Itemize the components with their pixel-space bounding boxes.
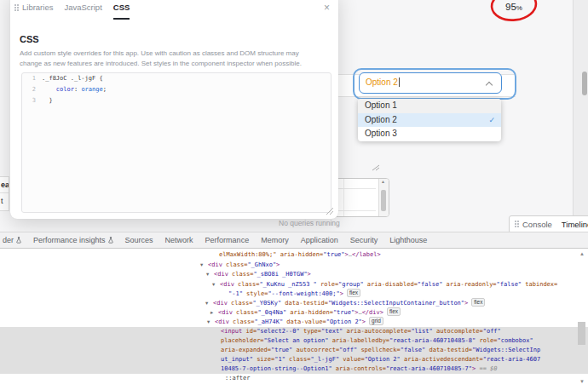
page-right-gutter	[573, 0, 588, 232]
collapse-arrow-icon[interactable]: ▾	[205, 298, 213, 307]
tree-scroll-up-icon[interactable]: ▲	[579, 251, 585, 256]
listbox-scrollbar-thumb[interactable]	[381, 190, 386, 211]
tree-node[interactable]: ▾<div class="_Y0SKy" data-testid="Widget…	[0, 298, 588, 307]
dropdown-option-option-3[interactable]: Option 3	[358, 127, 501, 141]
grid-badge[interactable]: grid	[369, 317, 383, 325]
listbox-row-divider	[338, 188, 376, 189]
tree-node[interactable]: ▾<div class="_GhNxo">	[0, 260, 588, 269]
page-scrollbar-thumb[interactable]	[582, 72, 587, 95]
description-line: change as new features are introduced. S…	[20, 59, 314, 69]
select-input-value: Option 2	[366, 77, 400, 87]
flex-badge[interactable]: flex	[471, 298, 485, 307]
scroll-up-icon[interactable]: ▲	[381, 179, 385, 184]
modal-tab-bar: LibrariesJavaScriptCSS	[22, 0, 130, 19]
modal-tab-javascript[interactable]: JavaScript	[64, 0, 101, 19]
panel-edge-label: eat	[0, 177, 9, 193]
collapse-arrow-icon[interactable]: ▾	[200, 260, 208, 269]
tree-node[interactable]: ::after	[0, 374, 588, 383]
tree-node[interactable]: ▾<div class="_aH74K" data-value="Option …	[0, 317, 588, 326]
flask-icon	[16, 237, 21, 244]
textarea-resize-grip[interactable]	[370, 164, 381, 171]
tree-node[interactable]: <input id="select2--0" type="text" aria-…	[0, 327, 588, 336]
devtools-elements-tree: elMaxWidth:80%;" aria-hidden="true">…</l…	[0, 249, 588, 390]
listbox-row-divider	[338, 210, 376, 211]
code-line[interactable]: 1._f8JoC ._l-jgF {	[22, 73, 331, 84]
red-circle-annotation	[487, 0, 540, 23]
text-cursor	[399, 77, 400, 87]
devtools-tab-lighthouse[interactable]: Lighthouse	[389, 236, 427, 244]
tree-node[interactable]: elMaxWidth:80%;" aria-hidden="true">…</l…	[0, 250, 588, 260]
panel-tab-timeline[interactable]: Timeline	[562, 220, 588, 229]
description-line: Add custom style overrides for this app.…	[20, 49, 314, 59]
code-line[interactable]: 3 }	[22, 95, 331, 106]
css-code-editor[interactable]: 1._f8JoC ._l-jgF {2 color: orange;3 }	[21, 72, 331, 213]
flask-icon	[108, 237, 113, 244]
devtools-tab-sources[interactable]: Sources	[125, 236, 153, 244]
panel-tab-console[interactable]: Console	[522, 220, 552, 229]
devtools-tab-performance-insights[interactable]: Performance insights	[33, 236, 113, 244]
collapse-arrow-icon[interactable]: ▾	[212, 279, 220, 289]
modal-tab-css[interactable]: CSS	[113, 0, 130, 19]
drag-handle-icon[interactable]	[14, 4, 16, 6]
console-tab-bar: ConsoleTimeline	[522, 216, 588, 232]
tree-node[interactable]: ut_input" size="1" class="_l-jgF" value=…	[0, 355, 588, 364]
console-timeline-panel-tabs: ConsoleTimeline	[509, 215, 588, 233]
flex-badge[interactable]: flex	[387, 307, 401, 316]
custom-styles-modal: LibrariesJavaScriptCSS × CSS Add custom …	[10, 0, 338, 219]
devtools-tab-memory[interactable]: Memory	[261, 236, 289, 244]
query-status-text: No queries running	[279, 219, 340, 227]
modal-tab-libraries[interactable]: Libraries	[22, 0, 53, 19]
modal-description: Add custom style overrides for this app.…	[20, 49, 314, 69]
listbox-scrollbar[interactable]: ▲	[378, 179, 389, 216]
modal-header: LibrariesJavaScriptCSS ×	[10, 0, 338, 19]
tree-scroll-down-icon[interactable]: ▼	[579, 379, 585, 384]
devtools-tab-bar: derPerformance insightsSourcesNetworkPer…	[0, 232, 588, 249]
collapse-arrow-icon[interactable]: ▾	[206, 269, 214, 278]
dropdown-option-option-1[interactable]: Option 1	[358, 99, 501, 113]
chevron-up-icon[interactable]	[486, 82, 493, 89]
tree-node[interactable]: 10485-7-option-string--Option1" aria-con…	[0, 364, 588, 374]
background-panel-edge: eat t 2	[0, 176, 9, 211]
tree-node[interactable]: ▾<div class="_KuKnu _nZ553 " role="group…	[0, 279, 588, 289]
devtools-tab-performance[interactable]: Performance	[205, 236, 250, 244]
devtools-tab-der[interactable]: der	[3, 236, 21, 244]
checkmark-icon: ✓	[488, 113, 495, 128]
panel-edge-value: t 2	[0, 193, 9, 209]
tree-node[interactable]: ▾<div class="_sBO8i _H0TGW">	[0, 269, 588, 278]
devtools-tab-network[interactable]: Network	[165, 236, 193, 244]
close-icon[interactable]: ×	[324, 2, 330, 14]
devtools-tab-security[interactable]: Security	[350, 236, 378, 244]
flex-badge[interactable]: flex	[347, 289, 360, 297]
select-combobox-input[interactable]: Option 2	[359, 72, 502, 94]
tree-node[interactable]: placeholder="Select an option" aria-labe…	[0, 336, 588, 346]
modal-heading: CSS	[20, 34, 39, 44]
tree-node[interactable]: ▸<div class="_0q4Na" aria-hidden="true">…	[0, 307, 588, 317]
modal-resize-grip[interactable]	[325, 207, 335, 215]
drag-handle-icon[interactable]	[515, 221, 516, 222]
dropdown-option-option-2[interactable]: Option 2✓	[358, 113, 501, 128]
tree-node[interactable]: aria-expanded="true" autocorrect="off" s…	[0, 346, 588, 355]
code-line[interactable]: 2 color: orange;	[22, 84, 331, 95]
select-dropdown-menu: Option 1Option 2✓Option 3	[358, 99, 501, 141]
tree-scrollbar-thumb[interactable]	[578, 322, 585, 345]
tree-node[interactable]: "-1" style="--font-weight:400;">flex	[0, 289, 588, 298]
collapse-arrow-icon[interactable]: ▾	[207, 317, 215, 326]
devtools-tab-application[interactable]: Application	[301, 236, 338, 244]
expand-arrow-icon[interactable]: ▸	[210, 307, 218, 317]
